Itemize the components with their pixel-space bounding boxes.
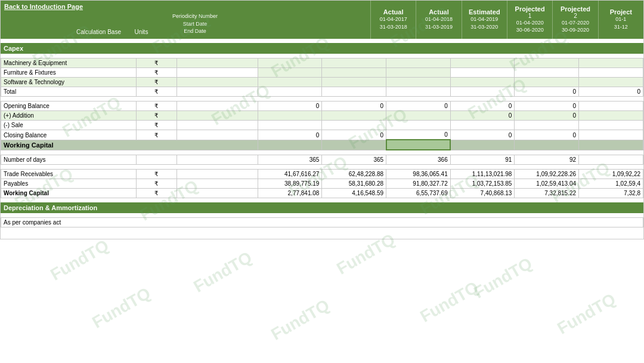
val-4: 0 bbox=[450, 130, 515, 140]
val-5 bbox=[515, 59, 579, 68]
period-dates: 01-04-201931-03-2020 bbox=[470, 16, 498, 30]
val-5: 1,09,92,228.26 bbox=[515, 169, 579, 179]
back-to-intro-link[interactable]: Back to Intoduction Page bbox=[4, 3, 367, 10]
watermark-text: FundTQ bbox=[47, 236, 112, 284]
row-calc bbox=[177, 179, 258, 188]
period-type: Actual bbox=[383, 8, 404, 16]
watermark-text: FundTQ bbox=[190, 248, 255, 296]
spacer-row bbox=[1, 213, 643, 217]
val-4 bbox=[450, 87, 515, 97]
val-2 bbox=[322, 78, 386, 87]
val-1 bbox=[258, 111, 322, 121]
capex-label: Capex bbox=[1, 44, 643, 54]
wc-empty-1 bbox=[258, 140, 322, 150]
wc-label: Working Capital bbox=[1, 140, 258, 150]
row-unit: ₹ bbox=[136, 68, 177, 78]
val-5 bbox=[515, 68, 579, 78]
period-type: Estimated bbox=[469, 8, 500, 16]
addition-row: (+) Addition ₹ 0 0 bbox=[1, 111, 643, 121]
row-label: (+) Addition bbox=[1, 111, 137, 121]
period-num: 1 bbox=[528, 13, 532, 19]
val-1: 41,67,616.27 bbox=[258, 169, 322, 179]
watermark-text: FundTQ bbox=[554, 290, 619, 338]
row-unit: ₹ bbox=[136, 111, 177, 121]
spacer-row bbox=[1, 164, 643, 169]
row-calc bbox=[177, 121, 258, 130]
period-dates: 01-07-202030-09-2020 bbox=[562, 19, 589, 34]
period-estimated: Estimated 01-04-201931-03-2020 bbox=[462, 1, 507, 39]
row-unit: ₹ bbox=[136, 179, 177, 188]
periodicity-label: Periodicity NumberStart DateEnd Date bbox=[159, 13, 231, 35]
period-dates: 01-131-12 bbox=[614, 16, 628, 30]
row-calc bbox=[177, 169, 258, 179]
spacer-row bbox=[1, 39, 643, 44]
closing-balance-row: Closing Balance ₹ 0 0 0 0 0 bbox=[1, 130, 643, 140]
depreciation-section-header: Depreciation & Ammortization bbox=[1, 202, 643, 213]
watermark-text: FundTQ bbox=[89, 284, 154, 332]
sale-row: (-) Sale ₹ bbox=[1, 121, 643, 130]
column-labels: Calculation Base Units Periodicity Numbe… bbox=[4, 13, 367, 36]
period-actual-2: Actual 01-04-201831-03-2019 bbox=[416, 1, 461, 39]
val-1 bbox=[258, 87, 322, 97]
row-label: Software & Technology bbox=[1, 78, 137, 87]
val-5: 7,32,815.22 bbox=[515, 188, 579, 198]
row-calc bbox=[177, 101, 258, 111]
val-4: 0 bbox=[450, 111, 515, 121]
period-type: Projected bbox=[515, 5, 545, 13]
val-3: 366 bbox=[386, 155, 451, 164]
val-6: 1,02,59,4 bbox=[579, 179, 643, 188]
as-per-row: As per companies act bbox=[1, 217, 643, 227]
val-6 bbox=[579, 111, 643, 121]
num-days-row: Number of days 365 365 366 91 92 bbox=[1, 155, 643, 164]
watermark-text: FundTQ bbox=[470, 254, 535, 302]
period-num: 2 bbox=[574, 13, 577, 19]
row-unit: ₹ bbox=[136, 87, 177, 97]
val-1 bbox=[258, 68, 322, 78]
row-label: Working Capital bbox=[1, 188, 137, 198]
depreciation-label: Depreciation & Ammortization bbox=[1, 202, 643, 213]
row-unit: ₹ bbox=[136, 78, 177, 87]
row-unit: ₹ bbox=[136, 101, 177, 111]
val-6 bbox=[579, 78, 643, 87]
val-4 bbox=[450, 68, 515, 78]
watermark-text: FundTQ bbox=[268, 296, 333, 344]
row-unit: ₹ bbox=[136, 188, 177, 198]
row-unit: ₹ bbox=[136, 121, 177, 130]
val-5 bbox=[515, 78, 579, 87]
spacer-row bbox=[1, 97, 643, 101]
val-3 bbox=[386, 78, 451, 87]
furniture-row: Furniture & Fixtures ₹ bbox=[1, 68, 643, 78]
val-2: 62,48,228.88 bbox=[322, 169, 386, 179]
val-3: 98,36,065.41 bbox=[386, 169, 451, 179]
val-3: 91,80,327.72 bbox=[386, 179, 451, 188]
spacer-row bbox=[1, 150, 643, 155]
spacer-row bbox=[1, 227, 643, 239]
val-6 bbox=[579, 101, 643, 111]
val-2: 365 bbox=[322, 155, 386, 164]
val-2: 58,31,680.28 bbox=[322, 179, 386, 188]
val-4: 91 bbox=[450, 155, 515, 164]
period-actual-1: Actual 01-04-201731-03-2018 bbox=[370, 1, 416, 39]
period-projected-3: Project 01-131-12 bbox=[598, 1, 643, 39]
row-calc bbox=[177, 78, 258, 87]
row-calc bbox=[177, 87, 258, 97]
val-4 bbox=[450, 121, 515, 130]
period-type: Project bbox=[610, 8, 632, 16]
val-6: 7,32,8 bbox=[579, 188, 643, 198]
val-4: 1,11,13,021.98 bbox=[450, 169, 515, 179]
row-label: Number of days bbox=[1, 155, 137, 164]
capex-section-header: Capex bbox=[1, 44, 643, 54]
row-calc bbox=[177, 155, 258, 164]
val-1: 2,77,841.08 bbox=[258, 188, 322, 198]
val-1: 38,89,775.19 bbox=[258, 179, 322, 188]
row-label: Closing Balance bbox=[1, 130, 137, 140]
header-left: Back to Intoduction Page Calculation Bas… bbox=[1, 1, 370, 39]
table-wrapper: Capex Machinery & Equipment ₹ Furnitur bbox=[1, 39, 643, 239]
row-calc bbox=[177, 130, 258, 140]
wc-empty-5 bbox=[515, 140, 579, 150]
val-3 bbox=[386, 87, 451, 97]
units-label: Units bbox=[123, 29, 159, 35]
period-headers: Actual 01-04-201731-03-2018 Actual 01-04… bbox=[370, 1, 643, 39]
calc-base-label: Calculation Base bbox=[4, 29, 123, 35]
main-table: Capex Machinery & Equipment ₹ Furnitur bbox=[1, 39, 643, 239]
